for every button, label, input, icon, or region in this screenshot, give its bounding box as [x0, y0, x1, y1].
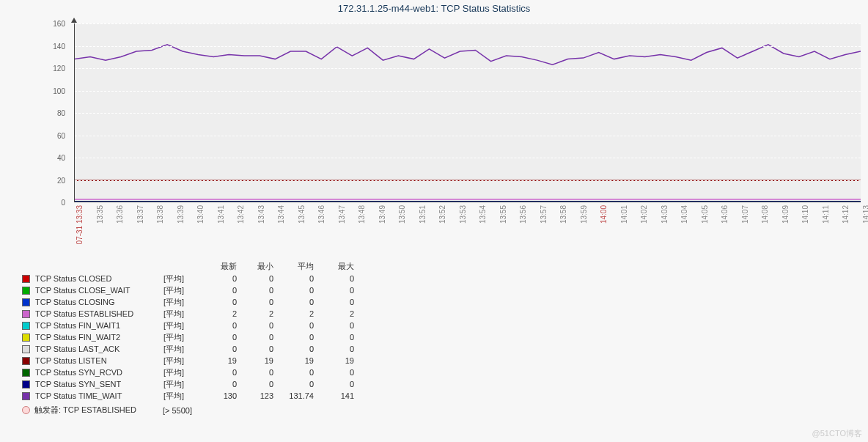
legend-agg: [平均]: [163, 390, 207, 402]
x-tick: 13:55: [499, 205, 507, 224]
legend-agg: [平均]: [163, 296, 207, 308]
legend-max: 0: [321, 320, 361, 331]
x-tick: 13:56: [519, 205, 527, 224]
legend-agg: [平均]: [163, 273, 207, 284]
watermark: @51CTO博客: [812, 428, 862, 439]
legend-avg: 2: [281, 308, 321, 320]
legend-name: TCP Status CLOSE_WAIT: [35, 284, 163, 296]
x-tick: 14:12: [842, 205, 850, 224]
legend-latest: 0: [207, 378, 244, 390]
x-tick: 14:04: [680, 205, 688, 224]
y-tick: 40: [57, 154, 65, 162]
x-tick: 13:47: [338, 205, 346, 224]
col-latest: 最新: [207, 261, 244, 272]
legend-min: 19: [244, 355, 281, 367]
legend-min: 123: [244, 390, 281, 402]
x-tick: 13:41: [217, 205, 225, 224]
legend-min: 0: [244, 273, 281, 284]
x-tick: 13:48: [358, 205, 366, 224]
x-tick: 13:58: [559, 205, 567, 224]
x-tick: 13:38: [156, 205, 164, 224]
x-tick: 14:07: [741, 205, 749, 224]
legend-latest: 0: [207, 296, 244, 308]
legend-header: 最新 最小 平均 最大: [22, 261, 361, 272]
x-tick: 13:59: [580, 205, 588, 224]
chart-title: 172.31.1.25-m44-web1: TCP Status Statist…: [0, 3, 868, 14]
legend-max: 2: [321, 308, 361, 320]
x-tick: 14:11: [822, 205, 830, 224]
legend-swatch: [22, 345, 30, 353]
legend-row: TCP Status FIN_WAIT2[平均]0000: [22, 331, 361, 343]
x-tick: 13:39: [177, 205, 185, 224]
legend-min: 0: [244, 378, 281, 390]
legend-name: TCP Status FIN_WAIT1: [35, 320, 163, 331]
y-tick: 140: [53, 42, 65, 50]
y-tick: 160: [53, 20, 65, 28]
legend-swatch: [22, 334, 30, 342]
y-tick: 120: [53, 65, 65, 73]
trigger-row: 触发器: TCP ESTABLISHED [> 5500]: [22, 405, 361, 416]
legend-latest: 0: [207, 320, 244, 331]
legend-avg: 0: [281, 343, 321, 355]
legend-agg: [平均]: [163, 367, 207, 378]
trigger-label: 触发器: TCP ESTABLISHED: [34, 405, 136, 416]
x-tick: 13:42: [237, 205, 245, 224]
legend-swatch: [22, 298, 30, 306]
x-tick: 14:01: [620, 205, 628, 224]
legend-swatch: [22, 287, 30, 295]
y-axis: 020406080100120140160: [0, 22, 71, 205]
trigger-threshold: [> 5500]: [163, 406, 192, 415]
chart-container: 172.31.1.25-m44-web1: TCP Status Statist…: [0, 0, 868, 249]
x-tick: 14:02: [640, 205, 648, 224]
legend-name: TCP Status SYN_SENT: [35, 378, 163, 390]
y-tick: 100: [53, 86, 65, 95]
x-tick: 13:43: [257, 205, 265, 224]
x-axis: 07-31 13:3313:3513:3613:3713:3813:3913:4…: [74, 205, 861, 249]
legend-avg: 0: [281, 331, 321, 343]
legend-row: TCP Status SYN_RCVD[平均]0000: [22, 367, 361, 378]
legend-avg: 0: [281, 378, 321, 390]
x-tick: 14:13: [862, 205, 868, 224]
legend-row: TCP Status CLOSED[平均]0000: [22, 273, 361, 284]
x-tick: 13:51: [419, 205, 427, 224]
legend-avg: 0: [281, 320, 321, 331]
x-tick: 13:45: [298, 205, 306, 224]
legend-swatch: [22, 392, 30, 400]
legend-max: 0: [321, 284, 361, 296]
x-tick: 13:37: [136, 205, 144, 224]
legend-name: TCP Status LAST_ACK: [35, 343, 163, 355]
legend-max: 19: [321, 355, 361, 367]
legend-min: 2: [244, 308, 281, 320]
legend-row: TCP Status SYN_SENT[平均]0000: [22, 378, 361, 390]
x-tick: 14:06: [721, 205, 729, 224]
legend-swatch: [22, 275, 30, 283]
legend-min: 0: [244, 296, 281, 308]
legend-max: 0: [321, 343, 361, 355]
x-tick: 13:46: [317, 205, 326, 224]
x-tick: 13:44: [277, 205, 285, 224]
legend-avg: 19: [281, 355, 321, 367]
x-tick: 14:09: [781, 205, 790, 224]
legend-min: 0: [244, 284, 281, 296]
legend-agg: [平均]: [163, 343, 207, 355]
y-tick: 0: [61, 199, 65, 207]
legend-swatch: [22, 380, 30, 388]
legend-avg: 131.74: [281, 390, 321, 402]
legend-row: TCP Status LISTEN[平均]19191919: [22, 355, 361, 367]
x-tick: 07-31 13:33: [76, 205, 84, 244]
y-axis-arrow: [71, 18, 77, 23]
legend-row: TCP Status ESTABLISHED[平均]2222: [22, 308, 361, 320]
x-tick: 13:57: [540, 205, 548, 224]
x-tick: 13:53: [459, 205, 467, 224]
legend-row: TCP Status FIN_WAIT1[平均]0000: [22, 320, 361, 331]
y-tick: 20: [57, 176, 65, 184]
legend-row: TCP Status LAST_ACK[平均]0000: [22, 343, 361, 355]
legend-name: TCP Status LISTEN: [35, 355, 163, 367]
legend-name: TCP Status FIN_WAIT2: [35, 331, 163, 343]
legend-min: 0: [244, 367, 281, 378]
legend-max: 0: [321, 367, 361, 378]
legend-avg: 0: [281, 273, 321, 284]
legend-min: 0: [244, 331, 281, 343]
series-line: [75, 45, 861, 65]
legend-name: TCP Status CLOSED: [35, 273, 163, 284]
